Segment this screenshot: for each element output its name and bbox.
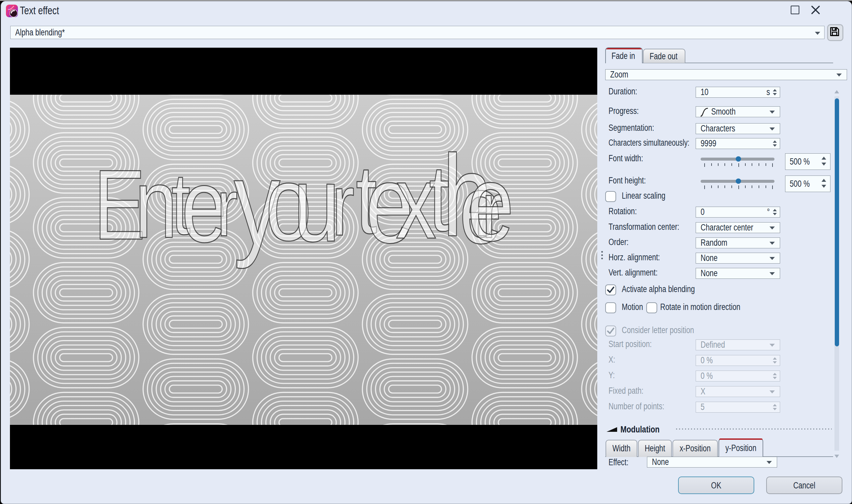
svg-text:n: n: [135, 149, 177, 258]
svg-text:r: r: [332, 156, 355, 254]
svg-text:e: e: [467, 143, 514, 264]
